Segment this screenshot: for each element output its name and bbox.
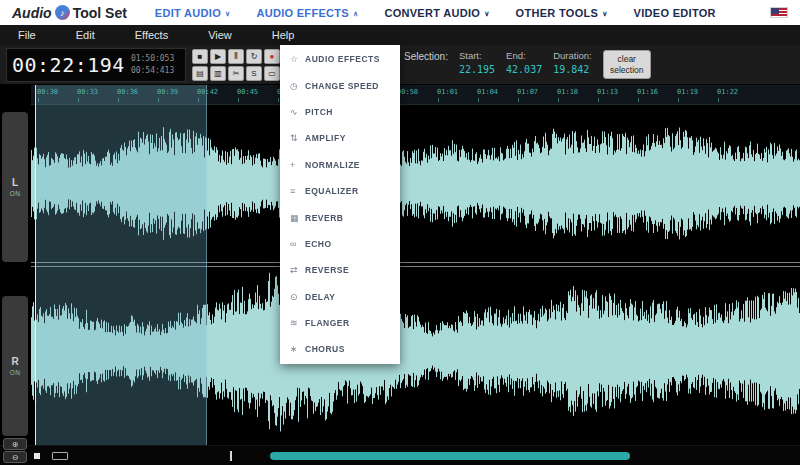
- paste-button[interactable]: ▥: [210, 66, 226, 81]
- menu-item-label: DELAY: [305, 292, 336, 302]
- menu-item-reverse[interactable]: ⇄REVERSE: [280, 257, 400, 283]
- time-totals: 01:50:053 00:54:413: [131, 53, 174, 77]
- record-button[interactable]: ●: [264, 49, 280, 64]
- flag-canton: [771, 8, 779, 14]
- selection-start: Start: 22.195: [459, 50, 495, 75]
- menu-view[interactable]: View: [208, 29, 232, 41]
- timeline-tick: 01:07: [517, 88, 538, 96]
- nav-label: CONVERT AUDIO: [384, 7, 480, 19]
- timeline-tick: 00:58: [397, 88, 418, 96]
- selection-info: Selection: Start: 22.195 End: 42.037 Dur…: [404, 50, 651, 79]
- audio-editor-app: Audio ♪ Tool Set EDIT AUDIO∨ AUDIO EFFEC…: [0, 0, 800, 465]
- menu-item-label: AUDIO EFFECTS: [305, 54, 380, 64]
- bottom-bar: ⊕ ⊖: [0, 445, 800, 465]
- channel-strip: L ON R ON: [0, 105, 30, 445]
- clear-selection-button[interactable]: clear selection: [603, 50, 651, 79]
- remaining-time: 00:54:413: [131, 65, 174, 77]
- selection-region[interactable]: [35, 85, 207, 445]
- menu-item-amplify[interactable]: ⇅AMPLIFY: [280, 125, 400, 151]
- selection-duration: Duration: 19.842: [553, 50, 592, 75]
- timeline-tick: 01:22: [717, 88, 738, 96]
- transport-controls: ■ ▶ Ⅱ ↻ ● ▤ ▥ ✂ S ▭: [192, 49, 280, 83]
- nav-other-tools[interactable]: OTHER TOOLS∨: [516, 7, 608, 19]
- menu-item-pitch[interactable]: ∿PITCH: [280, 99, 400, 125]
- waveform-area: 00:3000:3300:3600:3900:4200:4500:4800:52…: [0, 85, 800, 445]
- logo-word-audio: Audio: [12, 5, 52, 21]
- menu-item-flanger[interactable]: ≋FLANGER: [280, 310, 400, 336]
- menubar: File Edit Effects View Help: [0, 25, 800, 45]
- menu-item-normalize[interactable]: +NORMALIZE: [280, 152, 400, 178]
- equalizer-icon: ≡: [290, 186, 305, 196]
- play-button[interactable]: ▶: [210, 49, 226, 64]
- menu-item-equalizer[interactable]: ≡EQUALIZER: [280, 178, 400, 204]
- music-note-icon: ♪: [60, 8, 65, 18]
- left-channel-control[interactable]: L ON: [2, 112, 28, 262]
- menu-item-echo[interactable]: ∞ECHO: [280, 231, 400, 257]
- menu-item-reverb[interactable]: ▦REVERB: [280, 204, 400, 230]
- main-nav: EDIT AUDIO∨ AUDIO EFFECTS∧ CONVERT AUDIO…: [155, 7, 716, 19]
- chevron-down-icon: ∨: [225, 10, 230, 17]
- chevron-up-icon: ∧: [353, 10, 358, 17]
- menu-item-label: PITCH: [305, 107, 333, 117]
- star-icon: ☆: [290, 54, 305, 64]
- speed-icon: ◷: [290, 81, 305, 91]
- menu-item-delay[interactable]: ⊙DELAY: [280, 284, 400, 310]
- amplify-icon: ⇅: [290, 133, 305, 143]
- menu-item-label: FLANGER: [305, 318, 350, 328]
- delay-icon: ⊙: [290, 292, 305, 302]
- menu-item-chorus[interactable]: ∗CHORUS: [280, 336, 400, 362]
- menu-help[interactable]: Help: [272, 29, 295, 41]
- horizontal-scrollbar-thumb[interactable]: [270, 452, 630, 460]
- top-navigation: Audio ♪ Tool Set EDIT AUDIO∨ AUDIO EFFEC…: [0, 0, 800, 25]
- playhead[interactable]: [35, 85, 36, 445]
- region-outline-icon[interactable]: [52, 452, 68, 460]
- pause-button[interactable]: Ⅱ: [228, 49, 244, 64]
- logo[interactable]: Audio ♪ Tool Set: [12, 5, 127, 21]
- menu-file[interactable]: File: [18, 29, 36, 41]
- nav-edit-audio[interactable]: EDIT AUDIO∨: [155, 7, 231, 19]
- right-channel-control[interactable]: R ON: [2, 296, 28, 436]
- nav-audio-effects[interactable]: AUDIO EFFECTS∧: [256, 7, 358, 19]
- end-value: 42.037: [506, 64, 542, 75]
- channel-name: R: [11, 356, 18, 367]
- scrollbar-divider: [230, 451, 232, 461]
- selection-caption: Selection:: [404, 50, 448, 62]
- menu-effects[interactable]: Effects: [135, 29, 168, 41]
- copy-button[interactable]: ▤: [192, 66, 208, 81]
- channel-status: ON: [10, 190, 21, 197]
- menu-item-label: AMPLIFY: [305, 133, 346, 143]
- total-time: 01:50:053: [131, 53, 174, 65]
- us-flag-language-icon[interactable]: [770, 7, 788, 18]
- chevron-down-icon: ∨: [602, 10, 607, 17]
- menu-item-change-speed[interactable]: ◷CHANGE SPEED: [280, 72, 400, 98]
- stop-button[interactable]: ■: [192, 49, 208, 64]
- zoom-in-button[interactable]: ⊕: [3, 438, 27, 450]
- end-label: End:: [506, 50, 542, 61]
- transport-row-1: ■ ▶ Ⅱ ↻ ●: [192, 49, 280, 64]
- timeline-tick: 01:19: [677, 88, 698, 96]
- trim-button[interactable]: ▭: [264, 66, 280, 81]
- logo-word-toolset: Tool Set: [73, 5, 127, 21]
- menu-edit[interactable]: Edit: [76, 29, 95, 41]
- normalize-icon: +: [290, 160, 305, 170]
- nav-label: VIDEO EDITOR: [634, 7, 716, 19]
- nav-label: OTHER TOOLS: [516, 7, 599, 19]
- loop-button[interactable]: ↻: [246, 49, 262, 64]
- zoom-out-button[interactable]: ⊖: [3, 451, 27, 463]
- nav-video-editor[interactable]: VIDEO EDITOR: [634, 7, 716, 19]
- split-button[interactable]: S: [246, 66, 262, 81]
- chevron-down-icon: ∨: [484, 10, 489, 17]
- reverse-arrows-icon: ⇄: [290, 265, 305, 275]
- menu-item-label: ECHO: [305, 239, 332, 249]
- channel-status: ON: [10, 369, 21, 376]
- menu-item-label: CHANGE SPEED: [305, 81, 379, 91]
- cut-button[interactable]: ✂: [228, 66, 244, 81]
- menu-item-label: EQUALIZER: [305, 186, 359, 196]
- zoom-controls: ⊕ ⊖: [3, 438, 27, 463]
- menu-item-label: CHORUS: [305, 344, 345, 354]
- pitch-wave-icon: ∿: [290, 107, 305, 117]
- menu-item-audio-effects[interactable]: ☆AUDIO EFFECTS: [280, 46, 400, 72]
- nav-convert-audio[interactable]: CONVERT AUDIO∨: [384, 7, 489, 19]
- marker-square-icon[interactable]: [34, 453, 40, 459]
- selection-end: End: 42.037: [506, 50, 542, 75]
